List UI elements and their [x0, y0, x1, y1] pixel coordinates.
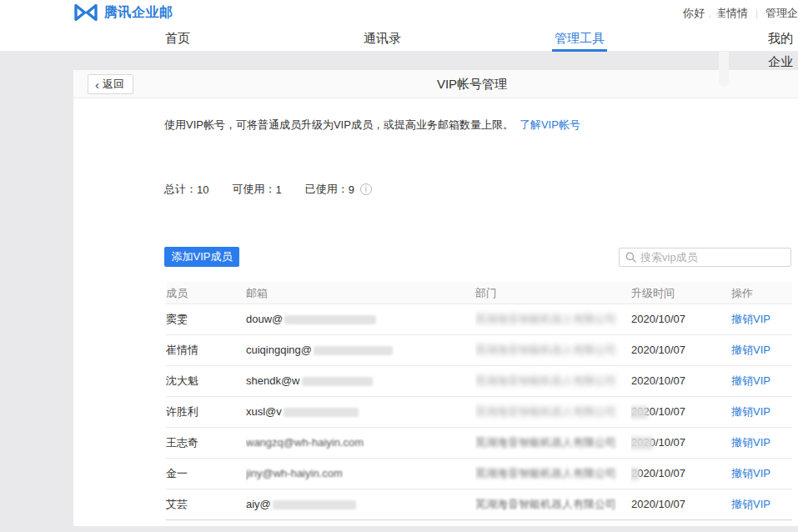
table-row: 金一 jiny@wh-haiyin.com 芜湖海音智能机器人有限公司 2020…: [166, 459, 792, 489]
upgrade-date: 2020/10/07: [631, 459, 731, 489]
main-nav: 首页 通讯录 管理工具 我的企业: [0, 27, 798, 52]
revoke-vip-link[interactable]: 撤销VIP: [731, 313, 770, 325]
upgrade-date: 2020/10/07: [631, 428, 731, 458]
member-name: 金一: [166, 459, 246, 489]
member-email: xusl@v: [246, 397, 475, 427]
redaction-blur: [284, 315, 376, 324]
upgrade-date: 2020/10/07: [631, 489, 731, 519]
scrollbar-thumb[interactable]: [719, 48, 729, 87]
exmail-logo-icon: [73, 3, 98, 22]
redaction-blur: [284, 408, 359, 417]
app-logo: 腾讯企业邮: [73, 3, 173, 22]
tab-contacts[interactable]: 通讯录: [361, 27, 404, 51]
revoke-vip-link[interactable]: 撤销VIP: [731, 374, 770, 387]
content-card: VIP帐号管理 ‹ 返回 使用VIP帐号，可将普通成员升级为VIP成员，或提高业…: [73, 70, 798, 526]
revoke-vip-link[interactable]: 撤销VIP: [731, 498, 770, 510]
member-email: aiy@: [246, 489, 475, 519]
col-header-action: 操作: [731, 282, 792, 304]
redaction-blur: [314, 346, 393, 355]
vip-members-table: 成员 邮箱 部门 升级时间 操作 窦雯 douw@ 芜湖海音智能机器人有限公司 …: [166, 282, 792, 520]
table-row: 王志奇 wangzq@wh-haiyin.com 芜湖海音智能机器人有限公司 2…: [166, 428, 792, 459]
col-header-department: 部门: [475, 282, 631, 304]
redaction-smudge: [631, 437, 653, 449]
tab-my-company[interactable]: 我的企业: [765, 27, 798, 51]
stat-available: 可使用：1: [232, 182, 281, 197]
member-name: 艾芸: [166, 489, 246, 519]
upgrade-date: 2020/10/07: [631, 397, 731, 427]
table-row: 崔情情 cuiqingqing@ 芜湖海音智能机器人有限公司 2020/10/0…: [166, 335, 792, 366]
back-button[interactable]: ‹ 返回: [88, 74, 133, 94]
learn-vip-link[interactable]: 了解VIP帐号: [519, 118, 580, 131]
stat-total: 总计：10: [164, 182, 208, 197]
manage-enterprise-link[interactable]: 管理企: [765, 6, 798, 21]
topbar-divider: |: [755, 8, 758, 19]
revoke-vip-link[interactable]: 撤销VIP: [731, 467, 770, 479]
app-title: 腾讯企业邮: [104, 4, 173, 22]
col-header-email: 邮箱: [246, 282, 475, 304]
info-icon[interactable]: i: [360, 183, 372, 195]
member-name: 崔情情: [166, 335, 246, 365]
page-description: 使用VIP帐号，可将普通成员升级为VIP成员，或提高业务邮箱数量上限。了解VIP…: [164, 118, 580, 133]
add-vip-member-button[interactable]: 添加VIP成员: [164, 247, 239, 267]
member-name: 王志奇: [166, 428, 246, 458]
upgrade-date: 2020/10/07: [631, 304, 731, 334]
redaction-blur: [273, 500, 356, 509]
col-header-upgrade-time: 升级时间: [631, 282, 731, 304]
chevron-left-icon: ‹: [95, 78, 99, 91]
description-text: 使用VIP帐号，可将普通成员升级为VIP成员，或提高业务邮箱数量上限。: [164, 118, 514, 131]
stat-used: 已使用：9 i: [305, 182, 372, 197]
member-department: 芜湖海音智能机器人有限公司: [475, 428, 631, 458]
top-bar: 腾讯企业邮 你好，崔情情 | 管理企: [0, 0, 798, 27]
member-department: 芜湖海音智能机器人有限公司: [475, 304, 631, 334]
member-department: 芜湖海音智能机器人有限公司: [475, 335, 631, 365]
member-email: douw@: [246, 304, 475, 334]
redaction-smudge: [631, 468, 640, 480]
search-icon: [625, 252, 636, 263]
redaction-blur: [302, 377, 373, 386]
upgrade-date: 2020/10/07: [631, 335, 731, 365]
revoke-vip-link[interactable]: 撤销VIP: [731, 436, 770, 449]
revoke-vip-link[interactable]: 撤销VIP: [731, 344, 770, 356]
col-header-member: 成员: [166, 282, 246, 304]
table-row: 许胜利 xusl@v 芜湖海音智能机器人有限公司 2020/10/07 撤销VI…: [166, 397, 792, 428]
member-email: shendk@w: [246, 366, 475, 396]
redaction-smudge: [631, 406, 648, 419]
redaction-smudge: [705, 0, 719, 38]
member-department: 芜湖海音智能机器人有限公司: [475, 366, 631, 396]
card-header: VIP帐号管理 ‹ 返回: [73, 70, 798, 98]
member-department: 芜湖海音智能机器人有限公司: [475, 397, 631, 427]
tab-home[interactable]: 首页: [163, 27, 193, 51]
revoke-vip-link[interactable]: 撤销VIP: [731, 405, 770, 418]
member-name: 窦雯: [166, 304, 246, 334]
member-email: wangzq@wh-haiyin.com: [246, 428, 475, 458]
quota-stats: 总计：10 可使用：1 已使用：9 i: [164, 182, 395, 197]
page-title: VIP帐号管理: [73, 70, 798, 98]
tab-admin-tools[interactable]: 管理工具: [552, 27, 607, 51]
table-row: 窦雯 douw@ 芜湖海音智能机器人有限公司 2020/10/07 撤销VIP: [166, 304, 792, 335]
search-box: [619, 248, 791, 267]
back-button-label: 返回: [103, 77, 124, 92]
search-input[interactable]: [640, 251, 790, 263]
member-name: 许胜利: [166, 397, 246, 427]
topbar-user-area: 你好，崔情情 | 管理企: [683, 0, 798, 27]
member-name: 沈大魁: [166, 366, 246, 396]
table-row: 艾芸 aiy@ 芜湖海音智能机器人有限公司 2020/10/07 撤销VIP: [166, 489, 792, 520]
member-department: 芜湖海音智能机器人有限公司: [475, 489, 631, 519]
member-email: jiny@wh-haiyin.com: [246, 459, 475, 489]
member-email: cuiqingqing@: [246, 335, 475, 365]
member-department: 芜湖海音智能机器人有限公司: [475, 459, 631, 489]
upgrade-date: 2020/10/07: [631, 366, 731, 396]
table-header-row: 成员 邮箱 部门 升级时间 操作: [166, 282, 792, 304]
table-row: 沈大魁 shendk@w 芜湖海音智能机器人有限公司 2020/10/07 撤销…: [166, 366, 792, 397]
